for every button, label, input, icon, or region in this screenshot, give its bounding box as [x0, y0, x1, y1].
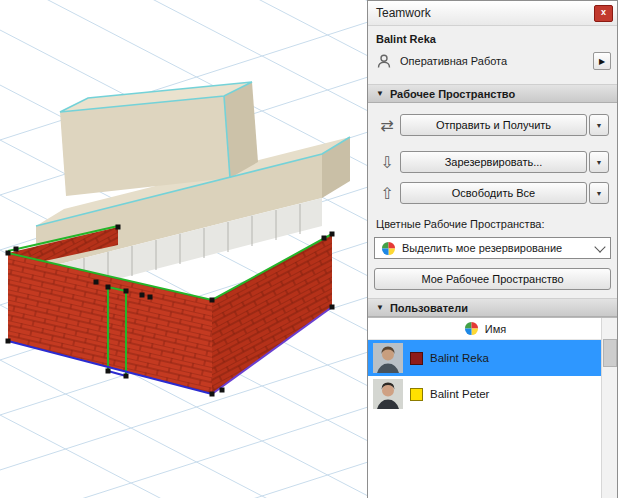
- release-all-row: ⇧ Освободить Все ▼: [374, 182, 609, 204]
- activity-label: Оперативная Работа: [400, 55, 593, 67]
- send-receive-button[interactable]: Отправить и Получить: [400, 114, 587, 136]
- users-list: Имя Balint Reka: [368, 317, 617, 498]
- avatar: [373, 379, 403, 409]
- section-title: Пользователи: [390, 302, 468, 314]
- users-name-column-header[interactable]: Имя: [368, 318, 602, 340]
- activity-flyout-button[interactable]: ▶: [593, 52, 611, 70]
- palette-titlebar[interactable]: Teamwork x: [368, 1, 617, 26]
- colored-workspaces-icon: [464, 321, 479, 336]
- name-header-label: Имя: [485, 323, 506, 335]
- user-color-swatch: [410, 388, 423, 401]
- section-header-workspace[interactable]: ▼ Рабочее Пространство: [368, 84, 617, 103]
- combobox-value: Выделить мое резервирование: [402, 242, 596, 254]
- 3d-scene: [0, 0, 368, 498]
- user-color-swatch: [410, 352, 423, 365]
- reserve-row: ⇩ Зарезервировать... ▼: [374, 151, 609, 173]
- collapse-icon: ▼: [376, 303, 384, 312]
- teamwork-palette: Teamwork x Balint Reka Оперативная Работ…: [367, 0, 618, 498]
- collapse-icon: ▼: [376, 89, 384, 98]
- section-header-users[interactable]: ▼ Пользователи: [368, 298, 617, 317]
- palette-title: Teamwork: [376, 6, 431, 20]
- reserve-icon: ⇩: [374, 153, 400, 172]
- colored-workspaces-icon: [381, 241, 396, 256]
- current-user-name: Balint Reka: [376, 33, 611, 45]
- user-row-balint-reka[interactable]: Balint Reka: [368, 340, 602, 376]
- release-all-button[interactable]: Освободить Все: [400, 182, 587, 204]
- reserve-button[interactable]: Зарезервировать...: [400, 151, 587, 173]
- send-receive-row: ⇄ Отправить и Получить ▼: [374, 114, 609, 136]
- users-scrollbar[interactable]: [601, 318, 617, 498]
- user-row-balint-peter[interactable]: Balint Peter: [368, 376, 602, 412]
- highlight-reservation-combobox[interactable]: Выделить мое резервирование: [374, 237, 611, 259]
- release-all-icon: ⇧: [374, 184, 400, 203]
- colored-workspaces-label: Цветные Рабочие Пространства:: [376, 218, 611, 230]
- my-workspace-button[interactable]: Мое Рабочее Пространство: [374, 268, 611, 290]
- person-icon: [376, 53, 392, 69]
- reserve-dropdown[interactable]: ▼: [589, 151, 609, 173]
- user-name: Balint Peter: [430, 388, 489, 400]
- scrollbar-thumb[interactable]: [603, 339, 617, 367]
- activity-row: Оперативная Работа ▶: [376, 50, 611, 72]
- avatar: [373, 343, 403, 373]
- 3d-viewport[interactable]: [0, 0, 368, 498]
- user-name: Balint Reka: [430, 352, 489, 364]
- release-all-dropdown[interactable]: ▼: [589, 182, 609, 204]
- close-icon[interactable]: x: [594, 5, 613, 22]
- section-title: Рабочее Пространство: [390, 88, 515, 100]
- front-right-wall[interactable]: [212, 234, 332, 394]
- send-receive-dropdown[interactable]: ▼: [589, 114, 609, 136]
- send-receive-icon: ⇄: [374, 116, 400, 135]
- chevron-down-icon: [594, 241, 605, 252]
